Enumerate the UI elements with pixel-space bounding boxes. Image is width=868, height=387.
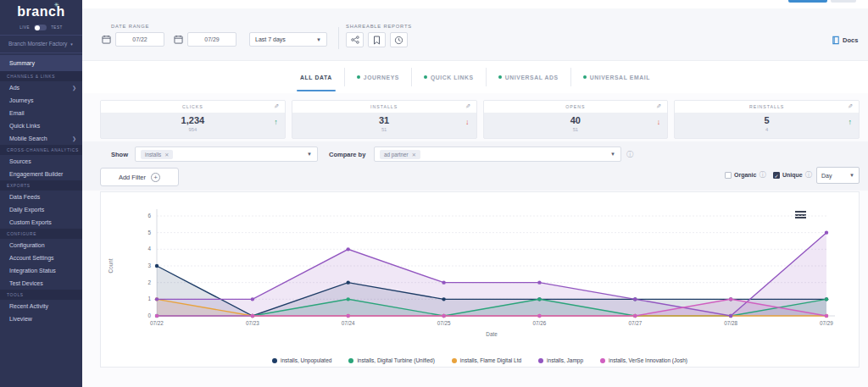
sidebar-item-custom-exports[interactable]: Custom Exports	[0, 216, 82, 229]
sidebar-item-summary[interactable]: Summary	[0, 55, 82, 71]
docs-link[interactable]: Docs	[832, 36, 858, 45]
status-dot-icon	[583, 75, 587, 79]
stat-card-reinstalls: REINSTALLS✎54↑	[674, 100, 860, 139]
data-point[interactable]	[155, 297, 159, 301]
stat-card-header: OPENS✎	[484, 101, 668, 113]
sidebar-item-label: Quick Links	[9, 123, 40, 129]
granularity-select[interactable]: Day ▼	[816, 167, 860, 184]
x-tick-label: 07/26	[533, 320, 547, 326]
data-point[interactable]	[347, 247, 350, 251]
edit-pencil-icon[interactable]: ✎	[848, 103, 853, 110]
sidebar-item-data-feeds[interactable]: Data Feeds	[0, 191, 82, 203]
share-report-button[interactable]	[346, 32, 364, 47]
branch-logo: branch ✳	[0, 0, 82, 22]
data-point[interactable]	[442, 280, 445, 284]
calendar-icon[interactable]	[101, 33, 112, 46]
data-point[interactable]	[251, 314, 254, 318]
organic-checkbox-group[interactable]: Organic ⓘ	[725, 170, 765, 180]
sidebar-item-label: Engagement Builder	[9, 171, 63, 177]
tab-universal-email[interactable]: UNIVERSAL EMAIL	[570, 68, 662, 86]
info-icon[interactable]: ⓘ	[805, 170, 812, 180]
sidebar-item-integration-status[interactable]: Integration Status	[0, 264, 82, 277]
metric-tag-label: installs	[145, 152, 161, 158]
edit-pencil-icon[interactable]: ✎	[656, 103, 661, 110]
compare-by-select[interactable]: ad partner ✕ ▼	[374, 147, 621, 162]
data-point[interactable]	[347, 280, 350, 284]
organic-checkbox[interactable]	[725, 172, 732, 179]
date-preset-value: Last 7 days	[255, 36, 286, 42]
sidebar-item-liveview[interactable]: Liveview	[0, 312, 82, 325]
data-point[interactable]	[729, 297, 732, 301]
data-point[interactable]	[155, 264, 159, 268]
sidebar-item-account-settings[interactable]: Account Settings	[0, 252, 82, 264]
org-selector-label: Branch Monster Factory	[8, 41, 67, 47]
unique-checkbox[interactable]: ✓	[773, 172, 780, 179]
sidebar-item-mobile-search[interactable]: Mobile Search❯	[0, 132, 82, 145]
tab-quick-links[interactable]: QUICK LINKS	[411, 68, 486, 86]
data-point[interactable]	[537, 297, 541, 301]
metric-tag: installs ✕	[141, 150, 173, 159]
unique-checkbox-group[interactable]: ✓ Unique ⓘ	[773, 170, 812, 180]
x-tick-label: 07/22	[150, 320, 164, 326]
stat-card-opens: OPENS✎4051↓	[483, 100, 669, 139]
legend-item[interactable]: installs, Digital Turbine (Unified)	[348, 357, 434, 363]
data-point[interactable]	[537, 280, 541, 284]
x-tick-label: 07/28	[724, 320, 737, 326]
calendar-icon[interactable]	[173, 33, 184, 46]
legend-item[interactable]: installs, Jampp	[538, 357, 583, 363]
sidebar-item-quick-links[interactable]: Quick Links	[0, 119, 82, 132]
bookmark-report-button[interactable]	[368, 32, 386, 47]
org-selector[interactable]: Branch Monster Factory ▾	[0, 37, 82, 51]
date-from-input[interactable]: 07/22	[115, 32, 164, 47]
tab-journeys[interactable]: JOURNEYS	[344, 68, 411, 86]
tab-universal-ads[interactable]: UNIVERSAL ADS	[486, 68, 570, 86]
chevron-right-icon: ❯	[72, 135, 76, 141]
stat-card-header: REINSTALLS✎	[675, 101, 859, 113]
sidebar-item-daily-exports[interactable]: Daily Exports	[0, 203, 82, 216]
show-metric-select[interactable]: installs ✕ ▼	[135, 147, 318, 162]
data-point[interactable]	[633, 314, 637, 318]
sidebar-item-journeys[interactable]: Journeys	[0, 94, 82, 107]
divider	[338, 27, 339, 49]
data-point[interactable]	[825, 314, 828, 318]
report-history-button[interactable]	[390, 32, 408, 47]
date-to-input[interactable]: 07/29	[187, 32, 236, 47]
legend-item[interactable]: installs, Unpopulated	[272, 357, 331, 363]
edit-pencil-icon[interactable]: ✎	[274, 103, 279, 110]
legend-label: installs, Jampp	[547, 357, 583, 363]
data-point[interactable]	[347, 314, 350, 318]
x-tick-label: 07/23	[246, 320, 259, 326]
data-point[interactable]	[729, 314, 732, 318]
add-filter-button[interactable]: Add Filter +	[100, 168, 179, 186]
data-point[interactable]	[155, 314, 159, 318]
remove-tag-icon[interactable]: ✕	[164, 152, 169, 158]
remove-tag-icon[interactable]: ✕	[412, 152, 416, 158]
sidebar-item-recent-activity[interactable]: Recent Activity	[0, 300, 82, 312]
sidebar-item-configuration[interactable]: Configuration	[0, 239, 82, 252]
tab-all-data[interactable]: ALL DATA	[288, 68, 344, 86]
data-point[interactable]	[442, 314, 445, 318]
sidebar-item-label: Data Feeds	[9, 194, 40, 200]
chevron-right-icon: ❯	[72, 85, 76, 91]
data-point[interactable]	[633, 297, 637, 301]
legend-item[interactable]: installs, VerSe Innovation (Josh)	[600, 357, 687, 363]
data-point[interactable]	[251, 297, 254, 301]
live-test-toggle[interactable]	[34, 25, 47, 30]
legend-item[interactable]: installs, Flame Digital Ltd	[452, 357, 521, 363]
data-point[interactable]	[537, 314, 541, 318]
info-icon[interactable]: ⓘ	[759, 170, 765, 180]
sidebar-item-engagement-builder[interactable]: Engagement Builder	[0, 168, 82, 180]
sidebar-item-sources[interactable]: Sources	[0, 155, 82, 168]
legend-label: installs, Unpopulated	[281, 357, 331, 363]
data-point[interactable]	[347, 297, 350, 301]
info-icon[interactable]: ⓘ	[626, 150, 633, 159]
date-preset-select[interactable]: Last 7 days ▼	[249, 32, 327, 47]
data-point[interactable]	[825, 297, 828, 301]
data-point[interactable]	[442, 297, 445, 301]
data-point[interactable]	[825, 230, 828, 234]
sidebar-item-ads[interactable]: Ads❯	[0, 81, 82, 94]
edit-pencil-icon[interactable]: ✎	[465, 103, 470, 110]
sidebar-item-test-devices[interactable]: Test Devices	[0, 277, 82, 290]
sidebar-item-email[interactable]: Email	[0, 107, 82, 119]
sidebar-section-header: EXPORTS	[0, 180, 82, 191]
